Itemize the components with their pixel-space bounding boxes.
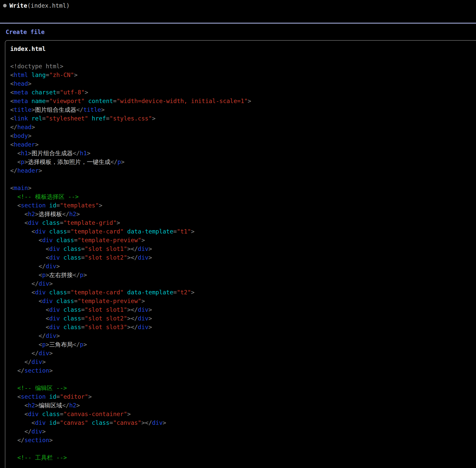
- code-line: </head>: [10, 123, 476, 131]
- code-line: <section id="editor">: [10, 392, 476, 401]
- code-line: <div class="slot slot2"></div>: [10, 314, 476, 323]
- code-line: <div class="slot slot1"></div>: [10, 305, 476, 314]
- code-line: <div class="slot slot1"></div>: [10, 244, 476, 253]
- code-line: <!-- 编辑区 -->: [10, 384, 476, 392]
- code-line: [10, 175, 476, 184]
- code-line: <p>选择模板，添加照片，一键生成</p>: [10, 158, 476, 166]
- file-create-panel: index.html <!doctype html><html lang="zh…: [5, 40, 476, 468]
- code-line: </section>: [10, 436, 476, 444]
- code-line: </section>: [10, 366, 476, 375]
- code-line: <div class="template-preview">: [10, 297, 476, 305]
- code-line: <!-- 模板选择区 -->: [10, 192, 476, 201]
- code-line: <div class="template-preview">: [10, 236, 476, 244]
- tool-bullet-icon: [3, 4, 7, 7]
- code-line: <link rel="stylesheet" href="styles.css"…: [10, 114, 476, 123]
- code-line: </div>: [10, 349, 476, 358]
- code-line: <html lang="zh-CN">: [10, 71, 476, 79]
- code-line: <h2>编辑区域</h2>: [10, 401, 476, 410]
- code-line: </div>: [10, 358, 476, 366]
- code-line: </div>: [10, 279, 476, 288]
- code-line: <div class="template-card" data-template…: [10, 288, 476, 297]
- spacer: [10, 53, 476, 62]
- code-line: <h1>图片组合生成器</h1>: [10, 149, 476, 158]
- section-divider: [0, 23, 476, 24]
- file-name: index.html: [10, 44, 476, 53]
- code-line: [10, 444, 476, 453]
- code-line: </div>: [10, 427, 476, 436]
- code-line: [10, 375, 476, 384]
- code-line: <p>三角布局</p>: [10, 340, 476, 349]
- code-line: <div class="template-card" data-template…: [10, 227, 476, 236]
- code-line: <div class="slot slot3"></div>: [10, 323, 476, 331]
- code-block: <!doctype html><html lang="zh-CN"><head>…: [10, 62, 476, 462]
- code-line: </div>: [10, 262, 476, 271]
- code-line: <h2>选择模板</h2>: [10, 210, 476, 218]
- code-line: </header>: [10, 166, 476, 175]
- tool-name: Write: [9, 2, 27, 9]
- code-line: <div class="slot slot2"></div>: [10, 253, 476, 262]
- code-line: <div class="template-grid">: [10, 218, 476, 227]
- code-line: <title>图片组合生成器</title>: [10, 105, 476, 114]
- code-line: <meta charset="utf-8">: [10, 88, 476, 97]
- code-line: </div>: [10, 331, 476, 340]
- code-line: <head>: [10, 79, 476, 88]
- code-line: <!doctype html>: [10, 62, 476, 71]
- create-file-label: Create file: [6, 28, 45, 36]
- tool-args: (index.html): [27, 2, 70, 9]
- code-line: <p>左右拼接</p>: [10, 271, 476, 279]
- terminal-screen: Write(index.html) Create file index.html…: [0, 0, 476, 468]
- tool-call-header: Write(index.html): [3, 2, 70, 9]
- code-line: <meta name="viewport" content="width=dev…: [10, 97, 476, 105]
- code-line: <header>: [10, 140, 476, 149]
- code-line: <div id="canvas" class="canvas"></div>: [10, 418, 476, 427]
- code-line: <body>: [10, 131, 476, 140]
- code-line: <div class="canvas-container">: [10, 410, 476, 418]
- code-line: <main>: [10, 184, 476, 192]
- code-line: <section id="templates">: [10, 201, 476, 210]
- code-line: <!-- 工具栏 -->: [10, 453, 476, 462]
